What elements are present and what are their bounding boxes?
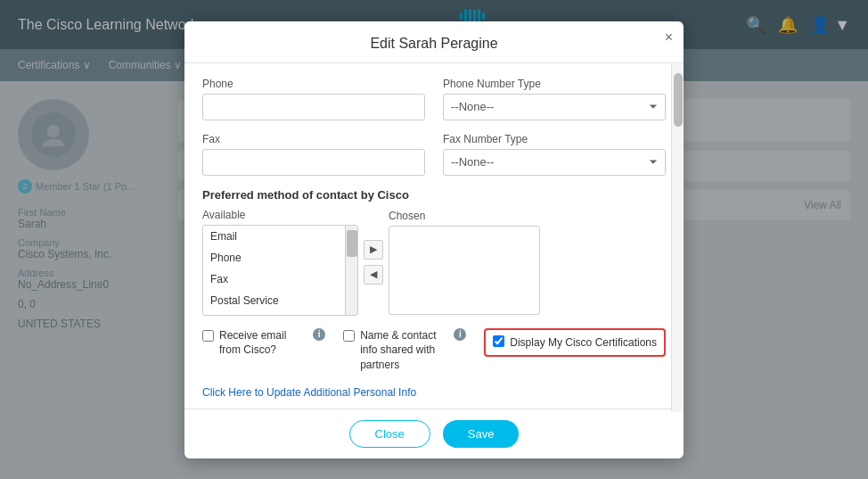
display-cisco-checkbox[interactable]: [493, 335, 504, 347]
fax-group: Fax: [202, 133, 425, 176]
edit-modal: Edit Sarah Peragine × Phone Phone Number…: [184, 21, 684, 458]
modal-overlay: Edit Sarah Peragine × Phone Phone Number…: [0, 0, 868, 479]
name-contact-label: Name & contact info shared with partners: [360, 328, 446, 373]
modal-close-button[interactable]: ×: [665, 30, 673, 45]
move-right-button[interactable]: ▶: [364, 240, 383, 260]
phone-group: Phone: [202, 78, 425, 120]
modal-header: Edit Sarah Peragine ×: [184, 21, 684, 63]
available-list[interactable]: Email Phone Fax Postal Service: [203, 226, 345, 315]
phone-type-group: Phone Number Type --None--: [443, 78, 666, 120]
available-item-postal[interactable]: Postal Service: [203, 290, 345, 311]
fax-input[interactable]: [202, 149, 425, 176]
available-section: Available Email Phone Fax Postal Service: [202, 209, 358, 316]
name-contact-group: Name & contact info shared with partners…: [343, 328, 466, 373]
available-label: Available: [202, 209, 358, 221]
available-item-fax[interactable]: Fax: [203, 268, 345, 290]
modal-scrollbar[interactable]: [671, 64, 684, 412]
fax-label: Fax: [202, 133, 425, 145]
fax-type-label: Fax Number Type: [443, 133, 666, 145]
update-personal-info-link[interactable]: Click Here to Update Additional Personal…: [202, 386, 416, 399]
modal-title: Edit Sarah Peragine: [370, 36, 497, 51]
phone-type-label: Phone Number Type: [443, 78, 666, 90]
receive-email-checkbox[interactable]: [202, 330, 214, 342]
move-left-button[interactable]: ◀: [364, 265, 383, 285]
dual-list-arrows: ▶ ◀: [364, 240, 383, 285]
available-item-email[interactable]: Email: [203, 226, 345, 247]
fax-type-group: Fax Number Type --None--: [443, 133, 666, 176]
name-contact-checkbox[interactable]: [343, 330, 355, 342]
available-list-wrapper: Email Phone Fax Postal Service: [202, 225, 358, 316]
save-button[interactable]: Save: [443, 420, 520, 448]
checkbox-row: Receive email from Cisco? i Name & conta…: [202, 328, 666, 373]
receive-email-info-icon[interactable]: i: [313, 328, 325, 341]
modal-footer: Close Save: [184, 409, 684, 458]
contact-section-label: Preferred method of contact by Cisco: [202, 188, 666, 202]
modal-scroll-thumb: [674, 73, 683, 127]
receive-email-label: Receive email from Cisco?: [219, 328, 305, 359]
close-button[interactable]: Close: [349, 420, 430, 448]
available-scroll-thumb: [347, 230, 357, 257]
phone-row: Phone Phone Number Type --None--: [202, 78, 666, 120]
available-list-scrollbar[interactable]: [345, 226, 357, 315]
name-contact-info-icon[interactable]: i: [454, 328, 466, 341]
chosen-label: Chosen: [389, 210, 540, 222]
fax-type-select[interactable]: --None--: [443, 149, 666, 176]
chosen-list[interactable]: [389, 226, 540, 315]
receive-email-group: Receive email from Cisco? i: [202, 328, 325, 359]
available-item-phone[interactable]: Phone: [203, 247, 345, 268]
phone-label: Phone: [202, 78, 425, 90]
display-cisco-label: Display My Cisco Certifications: [510, 335, 657, 351]
phone-type-select[interactable]: --None--: [443, 94, 666, 120]
display-cisco-group: Display My Cisco Certifications: [484, 328, 666, 358]
dual-list-container: Available Email Phone Fax Postal Service: [202, 209, 666, 316]
modal-body: Phone Phone Number Type --None-- Fax F: [184, 63, 684, 409]
chosen-section: Chosen: [389, 210, 540, 315]
phone-input[interactable]: [202, 94, 425, 120]
fax-row: Fax Fax Number Type --None--: [202, 133, 666, 176]
